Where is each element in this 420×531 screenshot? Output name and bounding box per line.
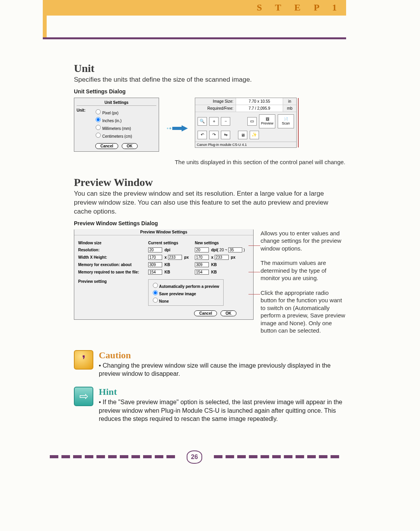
wxh-cur-w: 170 — [148, 255, 162, 260]
mem-exec-cur: 309 — [148, 262, 162, 267]
wxh-cur-h: 233 — [168, 255, 182, 260]
resolution-max: 35 — [228, 247, 242, 252]
scan-button[interactable]: 📄 Scan — [278, 114, 294, 128]
image-size-value: 7.70 x 10.55 — [236, 98, 283, 105]
dash-right — [214, 455, 346, 458]
content: Unit Specifies the units that define the… — [0, 0, 420, 466]
resolution-new-input[interactable]: 20 — [195, 247, 209, 252]
preview-heading: Preview Window — [74, 176, 346, 189]
unit-settings-dialog: Unit Settings Unit: Pixel (px) Inches (i… — [74, 98, 159, 152]
fit-icon[interactable]: ▭ — [247, 117, 257, 126]
unit-radio-list: Pixel (px) Inches (in.) Millimeters (mm)… — [94, 108, 132, 139]
image-size-unit: in — [283, 98, 296, 105]
unit-heading: Unit — [74, 62, 346, 75]
preview-setting-label: Preview setting — [78, 279, 144, 306]
resolution-label: Resolution: — [78, 248, 148, 252]
svg-rect-2 — [172, 127, 182, 130]
unit-radio-cm[interactable]: Centimeters (cm) — [94, 131, 132, 138]
scan-icon: 📄 — [284, 117, 288, 121]
unit-radio-mm[interactable]: Millimeters (mm) — [94, 124, 132, 131]
preview-window-settings-dialog: Preview Window Settings Window size Curr… — [74, 230, 254, 320]
page-number: 26 — [187, 450, 202, 464]
unit-cancel-button[interactable]: Cancel — [95, 143, 118, 149]
new-settings-hdr: New settings — [195, 241, 249, 245]
preview-icon: 🖼 — [266, 117, 269, 121]
preview-radio-save[interactable]: Save preview image — [151, 289, 219, 296]
flip-icon[interactable]: ⇋ — [221, 131, 230, 139]
required-unit: mb — [283, 105, 296, 112]
preview-button[interactable]: 🖼 Preview — [259, 114, 275, 128]
image-size-label: Image Size: — [195, 98, 236, 105]
unit-body: Specifies the units that define the size… — [74, 75, 346, 84]
callout-line-3 — [248, 294, 260, 294]
arrow-icon — [166, 124, 188, 133]
preview-row: Preview Window Settings Window size Curr… — [74, 230, 346, 342]
wxh-new-w-input[interactable]: 170 — [195, 255, 209, 260]
svg-point-0 — [167, 128, 168, 129]
mem-save-cur: 154 — [148, 270, 162, 275]
caution-text: • Changing the preview window size will … — [99, 361, 346, 378]
step-label: S T E P 1 — [257, 2, 342, 13]
callout-line — [298, 98, 299, 147]
caution-block: ❜ Caution • Changing the preview window … — [74, 350, 346, 378]
rotate-right-icon[interactable]: ↷ — [209, 131, 219, 139]
status-bar: Canon Plug-in module CS-U 4.1 — [195, 142, 296, 147]
preview-notes: Allows you to enter values and change se… — [261, 230, 346, 342]
svg-marker-3 — [182, 125, 188, 131]
header-stub — [43, 16, 47, 39]
preview-radio-none[interactable]: None — [151, 296, 219, 303]
hint-block: ⇨ Hint • If the "Save preview image" opt… — [74, 387, 346, 423]
dash-left — [43, 455, 175, 458]
note-radio: Click the appropriate radio button for t… — [261, 289, 346, 335]
unit-radio-px[interactable]: Pixel (px) — [94, 108, 132, 115]
mem-exec-new: 309 — [195, 262, 209, 267]
unit-caption: The units displayed in this section of t… — [74, 159, 346, 165]
page: S T E P 1 Unit Specifies the units that … — [0, 0, 420, 531]
current-settings-hdr: Current settings — [148, 241, 195, 245]
note-max-values: The maximum values are determined by the… — [261, 259, 346, 282]
resolution-current: 20 — [148, 247, 162, 252]
caution-icon: ❜ — [74, 350, 93, 370]
dialog-title: Unit Settings — [77, 100, 156, 106]
mem-exec-label: Memory for execution: about — [78, 263, 148, 267]
preview-ok-button[interactable]: OK — [220, 310, 236, 316]
preview-subheading: Preview Window Settings Dialog — [74, 220, 346, 226]
required-value: 7.7 / 2,095.9 — [236, 105, 283, 112]
wand-icon[interactable]: ✨ — [250, 131, 259, 139]
footer: 26 — [43, 447, 346, 466]
hint-icon: ⇨ — [74, 387, 93, 406]
window-size-label: Window size — [78, 241, 148, 245]
header-rule — [43, 37, 346, 39]
svg-point-1 — [170, 128, 172, 130]
required-label: Required/Free: — [195, 105, 236, 112]
preview-cancel-button[interactable]: Cancel — [194, 310, 217, 316]
hint-heading: Hint — [99, 387, 346, 397]
unit-subheading: Unit Settings Dialog — [74, 88, 346, 95]
unit-ok-button[interactable]: OK — [122, 143, 138, 149]
wxh-label: Width X Height: — [78, 255, 148, 259]
callout-line-2 — [248, 272, 260, 272]
zoom-out-icon[interactable]: － — [221, 117, 230, 126]
mem-save-label: Memory required to save the file: — [78, 270, 148, 274]
preview-setting-radio-group: Automatically perform a preview Save pre… — [148, 279, 224, 306]
header-band: S T E P 1 — [43, 0, 346, 16]
unit-row: Unit Settings Unit: Pixel (px) Inches (i… — [74, 98, 346, 152]
wxh-new-h-input[interactable]: 233 — [215, 255, 229, 260]
preview-dialog-title: Preview Window Settings — [74, 229, 253, 235]
note-new-settings: Allows you to enter values and change se… — [261, 230, 346, 252]
unit-radio-in[interactable]: Inches (in.) — [94, 116, 132, 123]
mem-save-new: 154 — [195, 270, 209, 275]
caution-heading: Caution — [99, 350, 346, 361]
monitor-icon[interactable]: 🖥 — [238, 131, 247, 139]
zoom-in-icon[interactable]: ＋ — [209, 117, 219, 126]
callout-line-1 — [248, 245, 260, 246]
preview-body: You can size the preview window and set … — [74, 189, 346, 216]
preview-radio-auto[interactable]: Automatically perform a preview — [151, 282, 219, 289]
hint-text: • If the "Save preview image" option is … — [99, 398, 346, 423]
unit-label: Unit: — [77, 108, 89, 139]
rotate-left-icon[interactable]: ↶ — [198, 131, 207, 139]
control-panel: Image Size: 7.70 x 10.55 in Required/Fre… — [195, 98, 297, 148]
zoom-icon[interactable]: 🔍 — [198, 117, 207, 126]
